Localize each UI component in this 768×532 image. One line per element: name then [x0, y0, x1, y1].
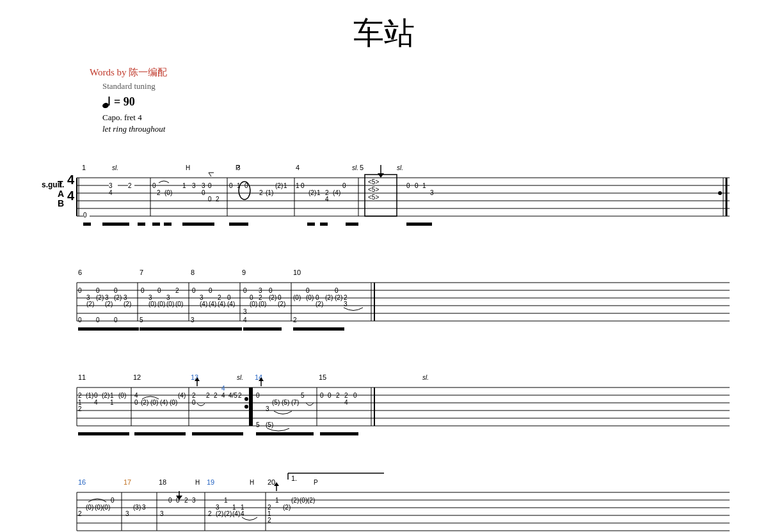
- svg-point-212: [244, 397, 248, 401]
- svg-text:P: P: [314, 479, 318, 486]
- svg-text:(0): (0): [102, 504, 110, 511]
- svg-text:6: 6: [78, 269, 82, 276]
- svg-text:(2): (2): [283, 504, 291, 511]
- svg-text:(4): (4): [200, 301, 207, 308]
- svg-text:3: 3: [192, 497, 196, 504]
- svg-text:(2): (2): [96, 294, 104, 301]
- svg-text:0: 0: [96, 287, 100, 294]
- svg-text:0: 0: [78, 287, 82, 294]
- svg-text:2: 2: [78, 392, 82, 399]
- svg-text:4: 4: [67, 189, 75, 203]
- svg-text:(0): (0): [259, 301, 266, 308]
- svg-text:<5>: <5>: [368, 186, 379, 193]
- svg-text:0: 0: [202, 189, 205, 196]
- svg-text:0: 0: [208, 196, 212, 203]
- svg-text:(2): (2): [224, 510, 232, 517]
- svg-text:0: 0: [243, 287, 247, 294]
- svg-text:T: T: [58, 179, 63, 189]
- svg-text:0: 0: [83, 212, 87, 219]
- svg-text:(2): (2): [316, 301, 323, 308]
- tab-row-2: 6 0 3 (2) 0 (2) 3 (2) 0 (2) 3 (2) 0 0 0 …: [38, 244, 730, 349]
- svg-text:3: 3: [109, 182, 113, 189]
- svg-rect-169: [293, 327, 344, 331]
- svg-text:2: 2: [259, 189, 263, 196]
- svg-text:19: 19: [207, 478, 214, 486]
- svg-text:20: 20: [268, 478, 275, 486]
- svg-text:3: 3: [125, 510, 129, 517]
- svg-rect-168: [243, 327, 282, 331]
- svg-text:(0): (0): [166, 301, 174, 308]
- svg-text:5: 5: [256, 421, 260, 428]
- svg-text:(4): (4): [160, 399, 168, 406]
- tab-svg-row3: 11 2 1 2 (1) 0 4 (2) 1 1 (0) 12 4 0 (2) …: [38, 349, 730, 451]
- svg-text:2: 2: [206, 392, 210, 399]
- svg-text:(0): (0): [148, 301, 156, 308]
- svg-text:0: 0: [94, 392, 98, 399]
- svg-text:(5): (5): [266, 421, 273, 428]
- svg-text:0: 0: [328, 392, 332, 399]
- svg-text:(2): (2): [86, 301, 94, 308]
- svg-text:4: 4: [221, 385, 225, 392]
- svg-text:(1): (1): [266, 189, 273, 196]
- svg-text:1: 1: [182, 182, 186, 189]
- svg-text:2: 2: [184, 497, 188, 504]
- svg-text:0: 0: [111, 497, 115, 504]
- svg-text:7: 7: [140, 269, 143, 276]
- words-by: Words by 陈一编配: [90, 66, 730, 79]
- svg-text:0: 0: [306, 287, 310, 294]
- svg-text:0: 0: [96, 317, 100, 324]
- meta-section: Words by 陈一编配 Standard tuning = 90 Capo.…: [90, 66, 730, 134]
- svg-rect-237: [256, 432, 314, 435]
- svg-text:(0): (0): [293, 294, 301, 301]
- svg-text:(0): (0): [157, 301, 165, 308]
- svg-text:10: 10: [293, 269, 301, 276]
- svg-text:3: 3: [202, 182, 205, 189]
- tab-svg-row1: s.guit. 4 4 T A B 1 0 sl.: [38, 139, 730, 242]
- svg-text:0: 0: [192, 399, 196, 406]
- svg-text:3: 3: [344, 301, 348, 308]
- svg-text:17: 17: [124, 478, 131, 486]
- svg-text:B: B: [58, 198, 64, 208]
- svg-rect-235: [134, 432, 186, 435]
- svg-text:3: 3: [237, 164, 241, 171]
- svg-rect-1: [109, 97, 110, 106]
- svg-rect-167: [191, 327, 242, 331]
- svg-text:0: 0: [209, 287, 212, 294]
- svg-text:H: H: [250, 479, 254, 486]
- svg-text:4: 4: [109, 189, 113, 196]
- svg-text:0: 0: [114, 287, 118, 294]
- svg-text:4/5: 4/5: [228, 392, 237, 399]
- svg-text:(4): (4): [218, 301, 225, 308]
- svg-text:(4): (4): [232, 510, 240, 517]
- svg-text:3: 3: [243, 308, 247, 315]
- svg-text:1: 1: [296, 182, 300, 189]
- svg-text:2: 2: [175, 287, 179, 294]
- svg-text:2: 2: [78, 510, 82, 517]
- svg-text:3: 3: [192, 182, 196, 189]
- svg-rect-81: [83, 223, 91, 226]
- svg-text:2: 2: [268, 517, 271, 524]
- svg-text:(2): (2): [105, 301, 113, 308]
- svg-text:2: 2: [192, 392, 196, 399]
- svg-rect-236: [192, 432, 243, 435]
- svg-text:4: 4: [243, 317, 247, 324]
- svg-rect-165: [78, 327, 139, 331]
- svg-text:3: 3: [191, 317, 195, 324]
- tab-row-1: s.guit. 4 4 T A B 1 0 sl.: [38, 139, 730, 244]
- svg-text:0: 0: [229, 182, 233, 189]
- svg-text:(0): (0): [95, 504, 102, 511]
- svg-text:5: 5: [360, 164, 364, 171]
- svg-text:(2): (2): [307, 497, 315, 504]
- svg-rect-166: [140, 327, 191, 331]
- svg-text:(2): (2): [275, 182, 283, 189]
- tuning: Standard tuning: [102, 81, 730, 91]
- let-ring: let ring throughout: [102, 124, 730, 134]
- svg-text:(7): (7): [291, 399, 299, 406]
- svg-rect-86: [202, 223, 214, 226]
- tab-row-3: 11 2 1 2 (1) 0 4 (2) 1 1 (0) 12 4 0 (2) …: [38, 349, 730, 454]
- svg-text:0: 0: [168, 497, 172, 504]
- svg-rect-26: [138, 223, 145, 226]
- svg-line-38: [209, 173, 211, 176]
- tab-svg-row2: 6 0 3 (2) 0 (2) 3 (2) 0 (2) 3 (2) 0 0 0 …: [38, 244, 730, 347]
- svg-text:(4): (4): [227, 301, 235, 308]
